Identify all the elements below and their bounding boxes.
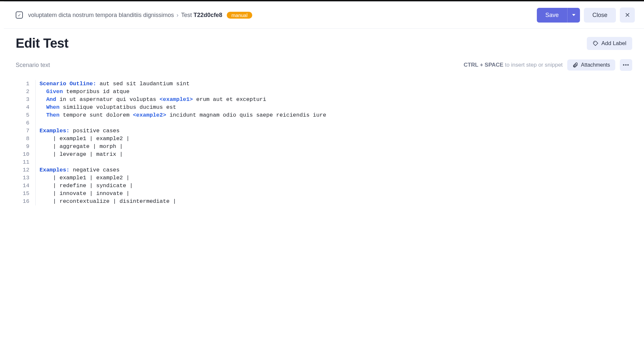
gutter-line: 3 (16, 96, 29, 104)
token-kw-ex: Examples: (40, 167, 70, 173)
manual-badge: manual (227, 12, 252, 19)
breadcrumb-separator: › (176, 12, 178, 19)
editor-hint-rest: to insert step or snippet (504, 62, 563, 68)
close-button[interactable]: Close (584, 8, 616, 23)
gutter-line: 6 (16, 119, 29, 127)
editor-toolbar: Scenario text CTRL + SPACE to insert ste… (16, 59, 632, 71)
svg-point-0 (594, 42, 595, 42)
test-icon: ✓ (16, 11, 23, 19)
breadcrumb-test-prefix: Test (181, 12, 192, 18)
header-bar: ✓ voluptatem dicta nostrum tempora bland… (4, 1, 644, 29)
editor-hint-key: CTRL + SPACE (464, 62, 504, 68)
editor-gutter: 12345678910111213141516 (16, 80, 35, 205)
app-shell: ✓ voluptatem dicta nostrum tempora bland… (0, 1, 644, 205)
code-line[interactable]: Examples: positive cases (40, 127, 632, 135)
gutter-line: 11 (16, 158, 29, 166)
title-row: Edit Test Add Label (16, 36, 632, 51)
add-label-button[interactable]: Add Label (587, 37, 632, 50)
chevron-down-icon (572, 14, 575, 16)
code-line[interactable] (40, 158, 632, 166)
close-icon-button[interactable]: ✕ (620, 8, 635, 23)
code-line[interactable]: When similique voluptatibus ducimus est (40, 104, 632, 111)
gutter-line: 9 (16, 143, 29, 151)
gutter-line: 1 (16, 80, 29, 88)
gutter-line: 15 (16, 190, 29, 198)
code-line[interactable]: | innovate | innovate | (40, 190, 632, 198)
dots-horizontal-icon: ••• (623, 62, 629, 68)
token-kw-step: Then (46, 112, 59, 118)
breadcrumb: voluptatem dicta nostrum tempora blandit… (28, 12, 534, 19)
token-kw-step: When (46, 104, 59, 110)
code-line[interactable]: | example1 | example2 | (40, 174, 632, 182)
label-icon (593, 40, 599, 46)
code-line[interactable]: Then tempore sunt dolorem <example2> inc… (40, 111, 632, 119)
more-menu-button[interactable]: ••• (620, 59, 632, 71)
token-var: <example2> (133, 112, 166, 118)
paperclip-icon (572, 62, 578, 68)
gutter-line: 5 (16, 111, 29, 119)
save-button-group: Save (537, 8, 580, 23)
attachments-button[interactable]: Attachments (567, 59, 615, 71)
code-line[interactable]: And in ut aspernatur qui voluptas <examp… (40, 96, 632, 104)
code-line[interactable] (40, 119, 632, 127)
token-kw-step: Given (46, 89, 63, 95)
gutter-line: 8 (16, 135, 29, 143)
save-dropdown-button[interactable] (567, 8, 580, 23)
gutter-line: 16 (16, 198, 29, 205)
gutter-line: 10 (16, 151, 29, 158)
code-line[interactable]: Given temporibus id atque (40, 88, 632, 96)
code-line[interactable]: Examples: negative cases (40, 166, 632, 174)
gutter-line: 14 (16, 182, 29, 190)
token-var: <example1> (159, 96, 193, 103)
editor-code[interactable]: Scenario Outline: aut sed sit laudantium… (35, 80, 632, 205)
gutter-line: 7 (16, 127, 29, 135)
gutter-line: 4 (16, 104, 29, 111)
breadcrumb-project[interactable]: voluptatem dicta nostrum tempora blandit… (28, 12, 174, 19)
header-actions: Save Close ✕ (537, 8, 635, 23)
token-kw-step: And (46, 96, 56, 103)
code-line[interactable]: | example1 | example2 | (40, 135, 632, 143)
gutter-line: 12 (16, 166, 29, 174)
code-line[interactable]: Scenario Outline: aut sed sit laudantium… (40, 80, 632, 88)
content-area: Edit Test Add Label Scenario text CTRL +… (4, 29, 644, 205)
gutter-line: 13 (16, 174, 29, 182)
code-line[interactable]: | redefine | syndicate | (40, 182, 632, 190)
editor-hint: CTRL + SPACE to insert step or snippet (464, 62, 563, 68)
code-editor[interactable]: 12345678910111213141516 Scenario Outline… (16, 75, 632, 205)
code-line[interactable]: | leverage | matrix | (40, 151, 632, 158)
token-kw-ex: Examples: (40, 128, 70, 134)
token-kw-outline: Scenario Outline: (40, 81, 96, 87)
breadcrumb-test[interactable]: Test T22d0cfe8 (181, 12, 222, 19)
scenario-text-label: Scenario text (16, 62, 459, 69)
gutter-line: 2 (16, 88, 29, 96)
breadcrumb-test-code: T22d0cfe8 (193, 12, 222, 18)
save-button[interactable]: Save (537, 8, 567, 23)
code-line[interactable]: | aggregate | morph | (40, 143, 632, 151)
close-icon: ✕ (625, 11, 630, 19)
code-line[interactable]: | recontextualize | disintermediate | (40, 198, 632, 205)
attachments-text: Attachments (581, 62, 610, 68)
add-label-text: Add Label (601, 40, 626, 47)
page-title: Edit Test (16, 36, 68, 51)
